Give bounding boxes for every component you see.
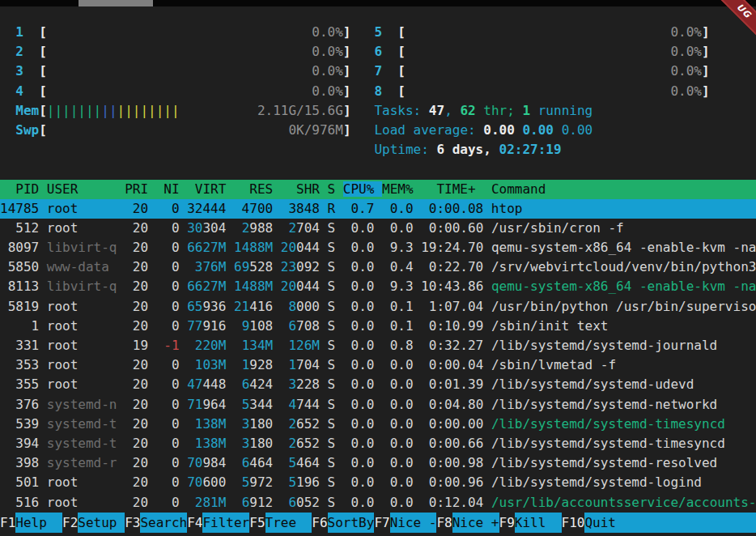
text-segment: ||||||| [47,103,101,118]
text-segment [23,63,39,79]
text-segment: 70 [187,455,202,470]
fkey-label: Kill [515,513,562,533]
process-row-331[interactable]: 331 root 19 -1 220M 134M 126M S 0.0 0.8 … [0,336,756,355]
text-segment: 2 [288,416,296,432]
process-row-355[interactable]: 355 root 20 0 47448 6424 3228 S 0.0 0.0 … [0,375,756,394]
text-segment [382,24,397,40]
fkey-f10[interactable]: F10Quit [562,513,616,533]
process-row-394[interactable]: 394 systemd-t 20 0 138M 3180 2652 S 0.0 … [0,434,756,453]
fkey-f2[interactable]: F2Setup [62,513,125,533]
process-row-539[interactable]: 539 systemd-t 20 0 138M 3180 2652 S 0.0 … [0,415,756,434]
fkey-f1[interactable]: F1Help [0,513,62,533]
text-segment: 5819 root 20 0 [0,299,187,314]
header-meters-area: 1 [ 0.0%] 5 [ 0.0%] 2 [ 0.0%] 6 [ 0.0%] … [0,23,756,180]
text-segment: 376 [0,397,47,412]
text-segment: 6627M [187,240,226,255]
text-segment [226,259,234,274]
text-segment [0,63,15,79]
text-segment [273,240,281,255]
text-segment: , [444,103,460,118]
process-row-5819[interactable]: 5819 root 20 0 65936 21416 8000 S 0.0 0.… [0,297,756,317]
terminal-screen: 1 [ 0.0%] 5 [ 0.0%] 2 [ 0.0%] 6 [ 0.0%] … [0,6,756,513]
fkey-f9[interactable]: F9Kill [499,513,562,533]
text-segment: 77 [187,318,202,334]
text-segment: 2 [288,220,296,236]
process-row-353[interactable]: 353 root 20 0 103M 1928 1704 S 0.0 0.0 0… [0,355,756,375]
text-segment: [ [397,63,406,79]
text-segment [406,44,671,59]
text-segment: 0.00 [522,122,561,138]
text-segment: 984 [202,455,241,470]
text-segment [351,83,375,99]
text-segment [0,44,15,59]
text-segment [0,103,15,118]
text-segment: 2 [288,436,296,451]
text-segment: 394 [0,436,47,451]
process-row-516[interactable]: 516 root 20 0 281M 6912 6052 S 0.0 0.0 0… [0,493,756,513]
process-row-1[interactable]: 1 root 20 0 77916 9108 6708 S 0.0 0.1 0:… [0,317,756,336]
text-segment: 281M [195,495,227,510]
text-segment [351,44,375,59]
fkey-f4[interactable]: F4Filter [187,513,249,533]
text-segment: libvirt-q [47,240,125,255]
process-row-501[interactable]: 501 root 20 0 70600 5972 5196 S 0.0 0.0 … [0,473,756,492]
header-column-cpu-sort[interactable]: CPU% [343,181,382,197]
text-segment: [ [39,103,47,118]
text-segment: Load average: [374,122,483,138]
text-segment: 02:27:19 [499,142,562,157]
text-segment: 3 [15,63,23,79]
text-segment [226,495,241,510]
text-segment: ] [343,63,351,79]
header-columns-left[interactable]: PID USER PRI NI VIRT RES SHR S [0,181,343,197]
text-segment: 228 S 0.0 0.0 0:01.39 /lib/systemd/syste… [296,376,694,392]
text-segment: 134M [242,338,274,353]
text-segment: 47 [187,376,202,392]
process-row-398[interactable]: 398 systemd-r 20 0 70984 6464 5464 S 0.0… [0,453,756,473]
text-segment [47,83,312,99]
text-segment: 1 [15,24,23,40]
process-row-14785[interactable]: 14785 root 20 0 32444 4700 3848 R 0.7 0.… [0,199,756,219]
text-segment: 5 [242,397,250,412]
text-segment: 464 S 0.0 0.0 0:00.98 /lib/systemd/syste… [296,455,717,470]
text-segment: 344 [249,397,288,412]
process-row-5850[interactable]: 5850 www-data 20 0 376M 69528 23092 S 0.… [0,257,756,277]
text-segment: 398 [0,455,47,470]
process-row-512[interactable]: 512 root 20 0 30304 2988 2704 S 0.0 0.0 … [0,219,756,238]
process-row-8113[interactable]: 8113 libvirt-q 20 0 6627M 1488M 20044 S … [0,277,756,296]
text-segment: 0.0% [312,63,343,79]
blank-row [0,160,756,179]
text-segment: 2 [242,220,250,236]
text-segment [351,122,375,138]
text-segment [47,44,312,59]
fkey-label: Search [140,513,187,533]
fkey-f3[interactable]: F3Search [125,513,187,533]
fkey-number: F10 [562,513,585,533]
cpu-meter-row-3-7: 3 [ 0.0%] 7 [ 0.0%] [0,62,756,81]
text-segment: 0.0% [670,83,702,99]
text-segment: 1 [522,103,530,118]
text-segment: 7 [374,63,382,79]
chrome-tab[interactable] [79,0,153,6]
text-segment: 652 S 0.0 0.0 0:00.66 /lib/systemd/syste… [296,436,725,451]
text-segment: || [101,103,117,118]
fkey-number: F8 [436,513,452,533]
fkey-f5[interactable]: F5Tree [249,513,312,533]
text-segment: |||||||| [117,103,180,118]
fkey-f8[interactable]: F8Nice + [436,513,499,533]
process-row-8097[interactable]: 8097 libvirt-q 20 0 6627M 1488M 20044 S … [0,238,756,257]
text-segment: 6627M [187,279,226,294]
process-row-376[interactable]: 376 systemd-n 20 0 71964 5344 4744 S 0.0… [0,395,756,415]
text-segment: libvirt-q [47,279,125,294]
text-segment [47,63,312,79]
fkey-number: F7 [374,513,389,533]
fkey-f7[interactable]: F7Nice - [374,513,436,533]
text-segment: /lib/systemd/systemd-timesyncd [491,416,725,432]
text-segment: [ [397,83,406,99]
text-segment [351,63,375,79]
text-segment: thr; [476,103,523,118]
text-segment: 1488M [234,240,273,255]
header-columns-right[interactable]: MEM% TIME+ Command [382,181,546,197]
text-segment: ] [702,44,710,59]
text-segment: 30 [187,220,202,236]
fkey-f6[interactable]: F6SortBy [312,513,374,533]
